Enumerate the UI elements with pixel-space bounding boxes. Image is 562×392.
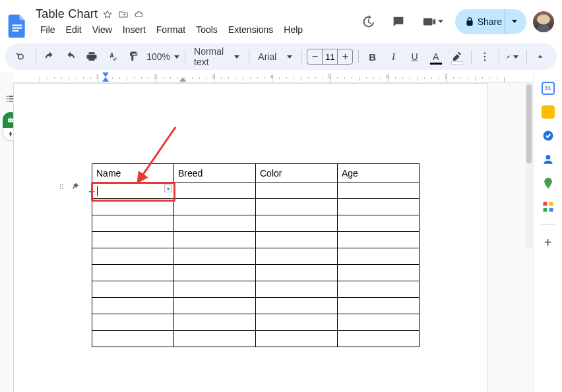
first-line-indent-marker[interactable]	[102, 77, 109, 82]
table-cell[interactable]	[256, 314, 338, 331]
table-header-cell[interactable]: Color	[256, 164, 338, 182]
drag-handle-icon[interactable]	[57, 182, 67, 191]
table-cell[interactable]	[256, 232, 338, 248]
account-avatar[interactable]	[533, 11, 554, 32]
table-header-cell[interactable]: Name	[92, 164, 174, 182]
table-cell[interactable]	[174, 314, 256, 331]
right-indent-marker[interactable]	[179, 77, 186, 82]
table-cell[interactable]	[338, 331, 420, 347]
table-cell[interactable]	[174, 265, 256, 281]
table-cell[interactable]	[174, 182, 256, 199]
table-row-handle[interactable]	[57, 182, 80, 191]
cloud-status-icon[interactable]	[133, 9, 145, 20]
paint-format-icon[interactable]	[125, 47, 142, 66]
table-cell[interactable]	[92, 298, 174, 314]
table-cell[interactable]	[338, 199, 420, 215]
table-cell[interactable]	[92, 199, 174, 215]
sidepanel-maps-icon[interactable]	[542, 177, 555, 190]
table-row[interactable]	[92, 199, 420, 215]
table-cell[interactable]	[92, 248, 174, 265]
menu-tools[interactable]: Tools	[191, 22, 222, 37]
menu-format[interactable]: Format	[152, 22, 190, 37]
table-cell[interactable]	[338, 215, 420, 232]
table-cell[interactable]	[92, 331, 174, 347]
document-page[interactable]: + Name Breed Color Age ▾	[13, 83, 488, 392]
table-cell[interactable]	[174, 281, 256, 298]
table-cell[interactable]	[174, 298, 256, 314]
table-cell[interactable]	[92, 314, 174, 331]
document-table[interactable]: Name Breed Color Age	[92, 163, 420, 347]
table-cell[interactable]	[174, 248, 256, 265]
cell-dropdown-icon[interactable]: ▾	[164, 184, 172, 192]
table-cell[interactable]	[174, 331, 256, 347]
document-title[interactable]: Table Chart	[36, 7, 98, 21]
table-cell[interactable]	[338, 232, 420, 248]
table-cell[interactable]	[92, 281, 174, 298]
docs-logo[interactable]	[5, 14, 29, 38]
table-row[interactable]	[92, 281, 420, 298]
font-size-input[interactable]	[322, 49, 338, 64]
table-row[interactable]	[92, 215, 420, 232]
table-cell[interactable]	[256, 248, 338, 265]
share-button[interactable]: Share	[455, 9, 526, 34]
left-indent-marker[interactable]	[102, 72, 109, 77]
table-row[interactable]	[92, 331, 420, 347]
underline-icon[interactable]: U	[406, 47, 423, 66]
paragraph-style-selector[interactable]: Normal text	[190, 46, 243, 67]
redo-icon[interactable]	[62, 47, 79, 66]
bold-icon[interactable]: B	[364, 47, 381, 66]
font-size-increase[interactable]: +	[338, 51, 352, 63]
table-cell[interactable]	[174, 232, 256, 248]
font-selector[interactable]: Arial	[254, 51, 296, 62]
vertical-scrollbar[interactable]	[525, 83, 533, 248]
table-cell[interactable]	[256, 182, 338, 199]
table-header-cell[interactable]: Age	[338, 164, 420, 182]
highlight-color-icon[interactable]	[449, 47, 466, 66]
menu-edit[interactable]: Edit	[61, 22, 86, 37]
table-cell[interactable]	[338, 182, 420, 199]
meet-icon[interactable]	[417, 10, 449, 34]
search-icon[interactable]	[13, 47, 30, 66]
menu-view[interactable]: View	[88, 22, 117, 37]
table-cell[interactable]	[256, 331, 338, 347]
editing-mode-icon[interactable]	[504, 47, 521, 66]
pin-icon[interactable]	[71, 182, 80, 191]
table-cell[interactable]	[338, 281, 420, 298]
comments-icon[interactable]	[387, 10, 410, 34]
table-cell[interactable]	[174, 215, 256, 232]
table-cell[interactable]	[256, 215, 338, 232]
table-row[interactable]	[92, 182, 420, 199]
table-cell[interactable]	[338, 248, 420, 265]
zoom-selector[interactable]: 100%	[146, 51, 179, 62]
font-size-decrease[interactable]: −	[307, 51, 322, 63]
spellcheck-icon[interactable]	[104, 47, 121, 66]
table-header-row[interactable]: Name Breed Color Age	[92, 164, 420, 182]
table-cell[interactable]	[256, 199, 338, 215]
table-cell[interactable]	[92, 232, 174, 248]
sidepanel-extra-icon[interactable]	[542, 200, 555, 213]
share-dropdown[interactable]	[505, 9, 524, 34]
sidepanel-calendar-icon[interactable]: 31	[542, 82, 555, 95]
sidepanel-tasks-icon[interactable]	[542, 129, 555, 142]
table-cell[interactable]	[256, 298, 338, 314]
table-cell[interactable]	[256, 265, 338, 281]
table-row[interactable]	[92, 314, 420, 331]
horizontal-ruler[interactable]: 1234567	[13, 72, 533, 83]
table-cell[interactable]	[338, 298, 420, 314]
menu-help[interactable]: Help	[279, 22, 307, 37]
italic-icon[interactable]: I	[385, 47, 402, 66]
table-row[interactable]	[92, 232, 420, 248]
table-header-cell[interactable]: Breed	[174, 164, 256, 182]
menu-extensions[interactable]: Extensions	[224, 22, 278, 37]
history-icon[interactable]	[356, 10, 380, 34]
print-icon[interactable]	[83, 47, 100, 66]
collapse-toolbar-icon[interactable]	[532, 47, 549, 66]
table-row[interactable]	[92, 248, 420, 265]
scrollbar-thumb[interactable]	[526, 84, 532, 163]
table-cell[interactable]	[338, 314, 420, 331]
sidepanel-contacts-icon[interactable]	[542, 153, 555, 166]
table-cell[interactable]	[92, 265, 174, 281]
table-cell[interactable]	[92, 215, 174, 232]
star-icon[interactable]	[102, 9, 113, 20]
table-cell[interactable]	[174, 199, 256, 215]
